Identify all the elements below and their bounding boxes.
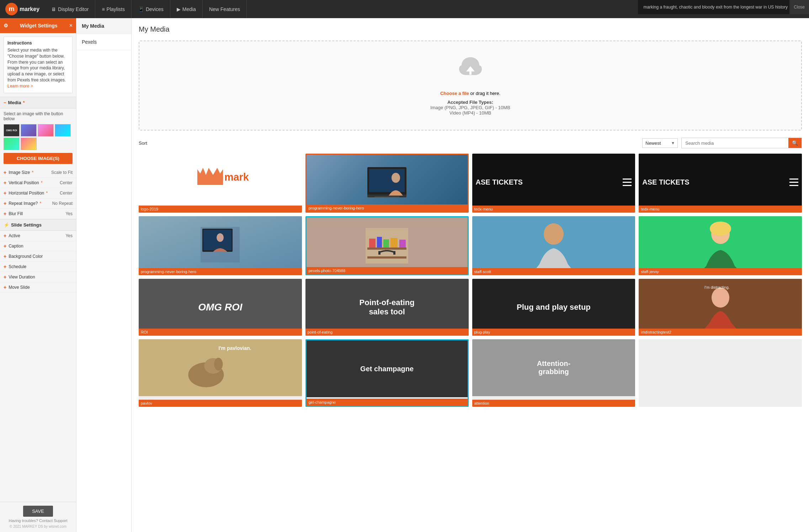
media-section-header: − Media * (0, 97, 76, 108)
repeat-image-label: Repeat Image? * (9, 201, 52, 206)
media-card-label: programming-never-boring-hero (307, 204, 468, 212)
media-collapse-btn[interactable]: − (4, 100, 6, 105)
vertical-position-label: Vertical Position * (9, 180, 60, 185)
upload-icon (154, 55, 787, 85)
media-label-nav: Media (182, 6, 196, 12)
widget-body: Instructions Select your media with the … (0, 33, 76, 502)
search-input[interactable] (682, 138, 788, 148)
media-card-attention[interactable]: Attention-grabbing attention (472, 339, 635, 407)
instructions-text: Select your media with the "Choose Image… (7, 47, 69, 89)
slide-settings-icon: ⚡ (4, 222, 9, 228)
thumb-3[interactable] (55, 124, 71, 137)
svg-rect-16 (369, 239, 376, 248)
media-card-point[interactable]: Point-of-eatingsales tool point-of-eatin… (305, 279, 469, 336)
media-card-distract[interactable]: I'm distracting. imdistractingtest2 (639, 279, 802, 336)
repeat-image-expand[interactable]: + (4, 201, 6, 206)
svg-marker-2 (197, 168, 223, 185)
thumb-1[interactable] (21, 124, 37, 137)
search-button[interactable]: 🔍 (788, 138, 802, 148)
vertical-position-expand[interactable]: + (4, 180, 6, 186)
thumb-5[interactable] (21, 138, 37, 150)
page-title: My Media (139, 25, 802, 33)
pexels-tab[interactable]: Pexels (76, 34, 131, 50)
caption-row: + Caption (0, 241, 76, 251)
media-grid-row1: marke logo-2019 (139, 154, 802, 213)
news-close-button[interactable]: Close (789, 0, 809, 14)
media-card-label: tedx-menu (472, 206, 635, 213)
nav-new-features[interactable]: New Features (203, 0, 247, 18)
media-card-label: tedx-menu (639, 206, 802, 213)
sort-select[interactable]: Newest Oldest A-Z Z-A (642, 138, 678, 148)
media-card-label: attention (472, 400, 635, 407)
active-expand[interactable]: + (4, 233, 6, 239)
point-text: Point-of-eatingsales tool (360, 298, 415, 316)
media-sub-label: Select an image with the button below (0, 108, 76, 124)
media-card-roi[interactable]: OMG ROI ROI (139, 279, 302, 336)
media-card-programming-2[interactable]: programming-never-boring-hero (139, 216, 302, 275)
view-duration-expand[interactable]: + (4, 274, 6, 280)
media-card-label: point-of-eating (305, 329, 469, 336)
media-card-label: pavlov (139, 400, 302, 407)
media-card-staff-scott[interactable]: staff-scott (472, 216, 635, 275)
media-required-star: * (23, 100, 25, 105)
repeat-image-row: + Repeat Image? * No Repeat (0, 198, 76, 209)
media-card-tedx-1[interactable]: ASE TICKETS tedx-menu (472, 154, 635, 213)
horizontal-position-value: Center (60, 191, 73, 196)
blur-fill-row: + Blur Fill Yes (0, 209, 76, 219)
media-card-pexels[interactable]: pexels-photo-704988 (305, 216, 469, 275)
nav-display-editor[interactable]: 🖥 Display Editor (45, 0, 95, 18)
nav-devices[interactable]: 📱 Devices (132, 0, 170, 18)
sort-bar: Sort Newest Oldest A-Z Z-A ▼ 🔍 (139, 138, 802, 148)
media-card-logo-2019[interactable]: marke logo-2019 (139, 154, 302, 213)
media-card-pavlov[interactable]: I'm pavlovian. pavlov (139, 339, 302, 407)
media-thumbnails: OMG ROI (0, 124, 76, 153)
image-size-row: + Image Size * Scale to Fit (0, 167, 76, 178)
media-card-plug[interactable]: Plug and play setup plug-play (472, 279, 635, 336)
background-color-expand[interactable]: + (4, 254, 6, 259)
choose-images-button[interactable]: CHOOSE IMAGE(S) (4, 153, 73, 164)
background-color-row: + Background Color (0, 251, 76, 262)
svg-text:I'm distracting.: I'm distracting. (704, 285, 730, 289)
nav-playlists[interactable]: ≡ Playlists (95, 0, 132, 18)
svg-point-24 (544, 223, 564, 245)
thumb-2[interactable] (38, 124, 54, 137)
save-button[interactable]: SAVE (23, 506, 53, 517)
main-content: My Media Choose a file or drag it here. … (132, 18, 809, 532)
schedule-expand[interactable]: + (4, 264, 6, 270)
move-slide-row: + Move Slide (0, 282, 76, 293)
image-size-expand[interactable]: + (4, 170, 6, 175)
video-types: Video (MP4) - 10MB (154, 110, 787, 116)
svg-point-34 (214, 358, 223, 371)
horizontal-position-expand[interactable]: + (4, 190, 6, 196)
thumb-omgroi[interactable]: OMG ROI (4, 124, 20, 137)
svg-point-8 (392, 173, 400, 183)
media-card-programming-1[interactable]: programming-never-boring-hero (305, 154, 469, 213)
upload-dropzone[interactable]: Choose a file or drag it here. Accepted … (139, 41, 802, 131)
svg-rect-15 (367, 256, 406, 259)
media-card-staff-jenny[interactable]: staff-jenny (639, 216, 802, 275)
thumb-4[interactable] (4, 138, 20, 150)
svg-rect-7 (374, 197, 399, 198)
caption-expand[interactable]: + (4, 243, 6, 249)
search-bar: 🔍 (681, 138, 802, 148)
sort-right: Newest Oldest A-Z Z-A ▼ 🔍 (642, 138, 802, 148)
svg-rect-14 (367, 248, 406, 250)
media-card-tedx-2[interactable]: ASE TICKETS tedx-menu (639, 154, 802, 213)
blur-fill-expand[interactable]: + (4, 211, 6, 217)
move-slide-expand[interactable]: + (4, 284, 6, 290)
active-value: Yes (65, 233, 73, 238)
nav-media[interactable]: ▶ Media (170, 0, 203, 18)
learn-more-link[interactable]: Learn more > (7, 84, 33, 89)
instructions-title: Instructions (7, 41, 69, 46)
media-card-label: pexels-photo-704988 (307, 267, 468, 274)
repeat-image-value: No Repeat (52, 201, 73, 206)
my-media-tab[interactable]: My Media (76, 18, 131, 34)
image-size-label: Image Size * (9, 170, 51, 175)
choose-file-link[interactable]: Choose a file (440, 91, 469, 96)
news-ticker: marking a fraught, chaotic and bloody ex… (638, 0, 809, 14)
svg-text:I'm pavlovian.: I'm pavlovian. (218, 345, 251, 351)
widget-close-button[interactable]: × (69, 22, 73, 29)
devices-icon: 📱 (138, 6, 144, 12)
media-card-champagne[interactable]: Get champagne get-champagne (305, 339, 469, 407)
horizontal-position-label: Horizontal Position * (9, 191, 60, 196)
